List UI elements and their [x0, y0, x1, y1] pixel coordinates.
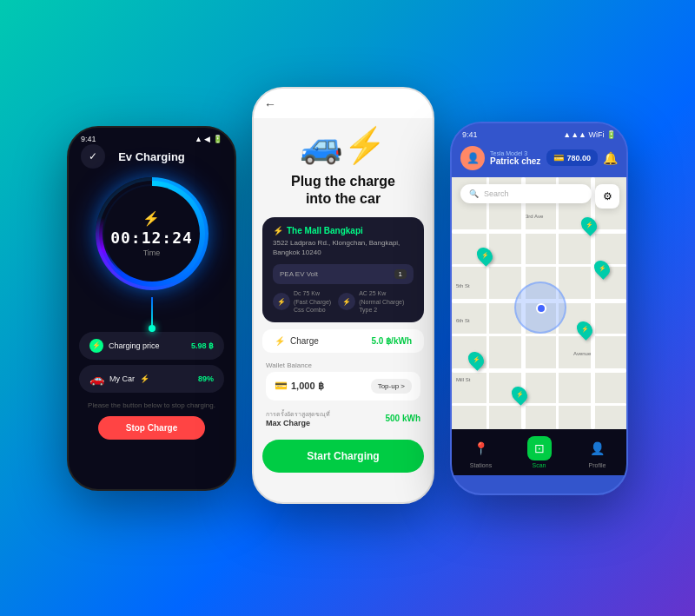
- info-cards: ⚡ Charging price 5.98 ฿ 🚗 My Car ⚡ 89%: [69, 332, 235, 393]
- wallet-icon: 💳: [275, 380, 288, 392]
- scan-label: Scan: [533, 462, 546, 468]
- charger-ac-icon: ⚡: [338, 293, 355, 310]
- charging-price-value: 5.98 ฿: [191, 341, 214, 350]
- map-label-1: 3rd Ave: [526, 214, 543, 219]
- map-marker-5[interactable]: [465, 348, 486, 370]
- battery-percent: 89%: [198, 374, 214, 383]
- charging-price-label: Charging price: [109, 341, 160, 350]
- max-charge-row: การตรั้งอัตราสูงสุดขณุที่ Max Charge 500…: [254, 404, 433, 433]
- charge-bolt-icon: ⚡: [275, 336, 285, 346]
- header-1: ✓ Ev Charging: [69, 147, 235, 170]
- scan-icon: ⊡: [527, 436, 552, 460]
- p3-status-bar: 9:41 ▲▲▲ WiFi 🔋: [452, 123, 626, 142]
- station-address: 3522 Ladprao Rd., Klongchan, Bangkapi, B…: [273, 238, 414, 257]
- wallet-card: 💳 1,000 ฿ Top-up >: [266, 372, 420, 401]
- bolt-icon: ⚡: [142, 210, 160, 227]
- back-button-1[interactable]: ✓: [81, 144, 105, 169]
- user-details: Tesla Model 3 Patrick chez: [490, 150, 540, 166]
- filter-icon: ⚙: [603, 190, 612, 202]
- signal-icons-1: ▲ ◀ 🔋: [195, 135, 222, 143]
- start-charging-button[interactable]: Start Charging: [262, 440, 424, 473]
- avatar: 👤: [460, 146, 485, 170]
- phones-container: 9:41 ▲ ◀ 🔋 ✓ Ev Charging ⚡ 00:12:24 Time: [50, 96, 645, 521]
- charging-ring-inner: ⚡ 00:12:24 Time: [110, 210, 193, 257]
- plug-title-line2: into the car: [306, 191, 381, 206]
- phone-ev-charging: 9:41 ▲ ◀ 🔋 ✓ Ev Charging ⚡ 00:12:24 Time: [67, 126, 236, 491]
- bolt-car-icon: ⚡: [140, 374, 149, 383]
- charger-dc-info: Dc 75 Kw (Fast Charge) Css Combo: [294, 289, 331, 313]
- phone-plug-charge: ← 🚙⚡ Plug the charge into the car ⚡ The …: [252, 87, 434, 504]
- wallet-label: Wallet Balance: [266, 361, 420, 369]
- nav-scan[interactable]: ⊡ Scan: [527, 436, 552, 468]
- wallet-badge: 💳 780.00: [546, 149, 598, 166]
- top-up-button[interactable]: Top-up >: [371, 379, 412, 394]
- filter-button[interactable]: ⚙: [595, 184, 619, 209]
- charger-ac: ⚡ AC 25 Kw (Normal Charge) Type 2: [338, 289, 404, 313]
- charge-label: Charge: [290, 336, 319, 346]
- car-model: Tesla Model 3: [490, 150, 540, 156]
- user-name: Patrick chez: [490, 156, 540, 166]
- charge-value: 5.0 ฿/kWh: [371, 336, 412, 346]
- charging-price-left: ⚡ Charging price: [89, 339, 160, 353]
- status-time-3: 9:41: [462, 130, 478, 139]
- wallet-amount-display: 💳 1,000 ฿: [275, 380, 324, 392]
- back-button-2[interactable]: ←: [264, 97, 276, 111]
- map-label-4: Avenue: [573, 351, 591, 356]
- search-bar[interactable]: 🔍 Search: [460, 184, 592, 203]
- bell-icon[interactable]: 🔔: [603, 151, 618, 165]
- road-h1: [452, 229, 626, 234]
- stop-charge-button[interactable]: Stop Charge: [98, 416, 205, 440]
- signal-icons-3: ▲▲▲ WiFi 🔋: [563, 130, 616, 139]
- charger-ac-info: AC 25 Kw (Normal Charge) Type 2: [359, 289, 404, 313]
- phone-map: 9:41 ▲▲▲ WiFi 🔋 👤 Tesla Model 3 Patrick …: [450, 122, 628, 495]
- plug-title: Plug the charge into the car: [254, 173, 433, 218]
- map-label-2: 5th St: [456, 283, 470, 288]
- road-h4: [452, 334, 626, 336]
- time-label: Time: [143, 248, 161, 257]
- car-icon: 🚗: [89, 372, 104, 386]
- wallet-section: Wallet Balance 💳 1,000 ฿ Top-up >: [254, 358, 433, 404]
- back-icon-1: ✓: [89, 150, 97, 162]
- stations-icon: 📍: [469, 436, 493, 460]
- bottom-nav: 📍 Stations ⊡ Scan 👤 Profile: [452, 429, 626, 475]
- max-charge-sublabel: Max Charge: [266, 419, 330, 427]
- road-v4: [591, 177, 595, 429]
- pea-label: PEA EV Volt: [280, 270, 318, 278]
- charger-types: ⚡ Dc 75 Kw (Fast Charge) Css Combo ⚡ AC …: [273, 289, 414, 313]
- wallet-amount-value: 1,000 ฿: [291, 381, 324, 392]
- charging-ring: ⚡ 00:12:24 Time: [96, 177, 208, 290]
- user-info: 👤 Tesla Model 3 Patrick chez: [460, 146, 540, 170]
- map-marker-6[interactable]: [508, 383, 530, 405]
- max-charge-thai-label: การตรั้งอัตราสูงสุดขณุที่: [266, 409, 330, 419]
- map-marker-2[interactable]: [473, 244, 495, 266]
- map-area: 3rd Ave 5th St 6th St Avenue Mill St 🔍: [452, 177, 626, 429]
- nav-stations[interactable]: 📍 Stations: [469, 436, 493, 468]
- ev-car-image: 🚙⚡: [254, 118, 433, 173]
- max-charge-labels: การตรั้งอัตราสูงสุดขณุที่ Max Charge: [266, 409, 330, 427]
- p3-header: 👤 Tesla Model 3 Patrick chez 💳 780.00 🔔: [452, 142, 626, 177]
- green-dot-icon: ⚡: [89, 339, 103, 353]
- profile-icon: 👤: [586, 436, 610, 460]
- plug-title-line1: Plug the charge: [291, 174, 395, 189]
- p2-header: ←: [254, 89, 433, 118]
- cable-line: [151, 297, 153, 332]
- map-label-5: Mill St: [456, 377, 470, 382]
- wallet-badge-icon: 💳: [553, 153, 564, 162]
- my-car-card: 🚗 My Car ⚡ 89%: [79, 365, 224, 393]
- map-background: 3rd Ave 5th St 6th St Avenue Mill St 🔍: [452, 177, 626, 429]
- station-card: ⚡ The Mall Bangkapi 3522 Ladprao Rd., Kl…: [262, 217, 424, 322]
- hint-text: Please the button below to stop charging…: [69, 398, 235, 413]
- tag-number: 1: [394, 269, 407, 279]
- wallet-badge-amount: 780.00: [566, 154, 591, 162]
- my-car-label: My Car: [109, 374, 135, 383]
- map-label-3: 6th St: [456, 318, 470, 323]
- charge-left: ⚡ Charge: [275, 336, 319, 346]
- nav-profile[interactable]: 👤 Profile: [586, 436, 610, 468]
- road-v1: [486, 177, 489, 429]
- max-charge-value: 500 kWh: [385, 414, 420, 423]
- header-right: 💳 780.00 🔔: [546, 149, 618, 166]
- station-name: ⚡ The Mall Bangkapi: [273, 226, 414, 235]
- profile-label: Profile: [589, 462, 606, 468]
- road-h6: [452, 403, 626, 406]
- charger-dc-icon: ⚡: [273, 293, 290, 310]
